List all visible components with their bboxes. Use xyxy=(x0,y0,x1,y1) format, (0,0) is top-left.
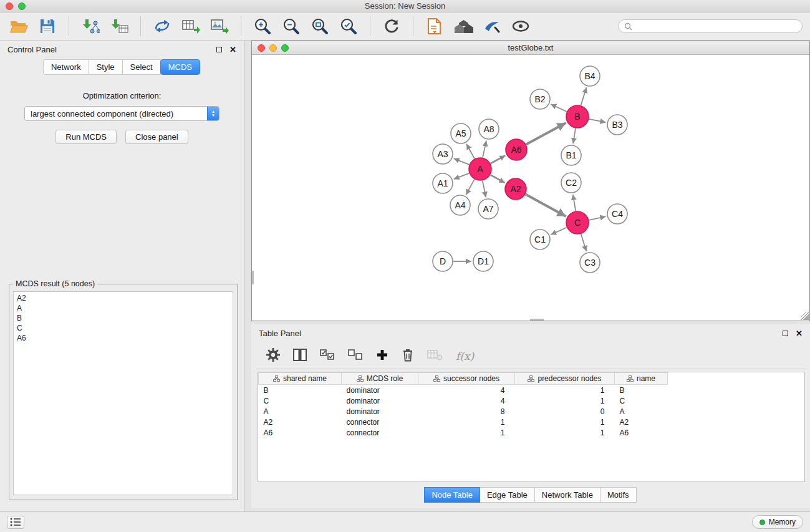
table-row[interactable]: A6connector11A6 xyxy=(259,427,668,438)
select-all-button[interactable] xyxy=(320,349,335,363)
deselect-all-button[interactable] xyxy=(348,349,363,363)
graph-node-C4[interactable]: C4 xyxy=(607,204,627,224)
home-button[interactable] xyxy=(452,14,475,38)
table-cell[interactable]: C xyxy=(615,395,668,406)
mcds-result-list[interactable]: A2ABCA6 xyxy=(13,291,233,495)
table-cell[interactable]: A2 xyxy=(259,417,342,427)
zoom-selected-button[interactable] xyxy=(337,14,360,38)
optimization-criterion-dropdown[interactable]: largest connected component (directed) ▲… xyxy=(24,106,219,121)
graph-edge-A2-C[interactable] xyxy=(526,195,566,216)
table-cell[interactable]: 1 xyxy=(515,385,615,396)
graph-node-B[interactable]: B xyxy=(566,105,589,128)
table-cell[interactable]: dominator xyxy=(342,385,418,396)
show-panels-button[interactable] xyxy=(7,516,24,529)
float-panel-icon[interactable] xyxy=(216,47,222,52)
graph-edge-A6-B[interactable] xyxy=(526,123,566,144)
graph-edge-C-C2[interactable] xyxy=(573,195,576,211)
table-cell[interactable]: 4 xyxy=(418,385,515,396)
close-panel-icon[interactable]: ✕ xyxy=(229,46,236,54)
delete-column-button[interactable] xyxy=(402,348,414,364)
graph-node-D[interactable]: D xyxy=(433,251,453,271)
graph-edge-A-A4[interactable] xyxy=(466,180,475,195)
run-mcds-button[interactable]: Run MCDS xyxy=(55,130,117,144)
table-cell[interactable]: 1 xyxy=(418,417,515,427)
tab-style[interactable]: Style xyxy=(89,59,123,75)
vertical-scrollbar-thumb[interactable] xyxy=(252,271,254,284)
column-header[interactable]: shared name xyxy=(259,373,342,385)
graph-edge-A-A5[interactable] xyxy=(466,144,475,159)
graph-node-C1[interactable]: C1 xyxy=(530,230,550,249)
zoom-window-button[interactable] xyxy=(18,2,26,10)
table-row[interactable]: Cdominator41C xyxy=(259,395,668,406)
close-panel-button[interactable]: Close panel xyxy=(125,130,188,144)
import-table-button[interactable] xyxy=(108,14,130,38)
table-cell[interactable]: 0 xyxy=(515,406,615,417)
graph-edge-A-A6[interactable] xyxy=(491,155,506,163)
table-cell[interactable]: 1 xyxy=(515,427,615,438)
column-header[interactable]: successor nodes xyxy=(418,373,515,385)
import-network-button[interactable] xyxy=(79,14,102,38)
column-header[interactable]: predecessor nodes xyxy=(515,373,615,385)
table-cell[interactable]: A6 xyxy=(615,427,668,438)
table-cell[interactable]: dominator xyxy=(342,395,418,406)
graph-node-A5[interactable]: A5 xyxy=(451,123,471,143)
graph-node-A8[interactable]: A8 xyxy=(479,119,499,139)
table-cell[interactable]: A6 xyxy=(259,427,342,438)
show-hide-button[interactable] xyxy=(509,14,532,38)
close-panel-icon[interactable]: ✕ xyxy=(796,329,803,337)
graph-node-A4[interactable]: A4 xyxy=(450,195,470,215)
graph-edge-A-A8[interactable] xyxy=(483,141,486,158)
graph-edge-C-C4[interactable] xyxy=(589,216,606,220)
show-columns-button[interactable] xyxy=(293,349,307,364)
tab-network[interactable]: Network xyxy=(43,59,89,75)
table-cell[interactable]: 8 xyxy=(418,406,515,417)
export-image-button[interactable] xyxy=(208,14,231,38)
graph-node-A1[interactable]: A1 xyxy=(433,173,453,193)
graph-node-A2[interactable]: A2 xyxy=(505,178,526,200)
graph-node-A[interactable]: A xyxy=(469,158,491,180)
tab-network-table[interactable]: Network Table xyxy=(534,487,600,503)
graph-edge-A-A2[interactable] xyxy=(491,175,505,183)
search-input[interactable] xyxy=(636,22,796,31)
save-session-button[interactable] xyxy=(36,14,59,38)
table-cell[interactable]: B xyxy=(259,385,342,396)
table-cell[interactable]: A xyxy=(259,406,342,417)
graph-node-D1[interactable]: D1 xyxy=(473,251,493,271)
zoom-out-button[interactable] xyxy=(280,14,302,38)
table-cell[interactable]: C xyxy=(259,395,342,406)
table-row[interactable]: Bdominator41B xyxy=(259,385,668,396)
graph-node-B2[interactable]: B2 xyxy=(530,89,550,109)
table-settings-button[interactable] xyxy=(266,348,280,364)
manage-networks-button[interactable] xyxy=(423,14,446,38)
tab-motifs[interactable]: Motifs xyxy=(600,487,637,503)
graph-edge-B-B2[interactable] xyxy=(551,104,567,112)
function-builder-button[interactable]: f(x) xyxy=(456,350,474,362)
column-header[interactable]: name xyxy=(615,373,668,385)
tab-select[interactable]: Select xyxy=(122,59,161,75)
table-cell[interactable]: B xyxy=(615,385,668,396)
graph-node-C[interactable]: C xyxy=(566,211,589,234)
table-cell[interactable]: 4 xyxy=(418,395,515,406)
float-panel-icon[interactable] xyxy=(783,331,788,336)
table-cell[interactable]: 1 xyxy=(418,427,515,438)
network-close-button[interactable] xyxy=(258,44,265,52)
graph-edge-B-B3[interactable] xyxy=(589,119,606,122)
window-resize-grip[interactable] xyxy=(801,312,809,320)
graph-node-A3[interactable]: A3 xyxy=(433,144,453,164)
network-window-titlebar[interactable]: testGlobe.txt xyxy=(252,41,809,55)
graph-node-C2[interactable]: C2 xyxy=(561,173,581,193)
tab-node-table[interactable]: Node Table xyxy=(424,487,480,503)
graph-node-A6[interactable]: A6 xyxy=(506,139,527,160)
table-cell[interactable]: 1 xyxy=(515,395,615,406)
network-zoom-button[interactable] xyxy=(281,44,289,52)
export-table-button[interactable] xyxy=(180,14,202,38)
graph-edge-C-C1[interactable] xyxy=(551,228,566,235)
refresh-button[interactable] xyxy=(380,14,403,38)
apply-style-button[interactable] xyxy=(481,14,503,38)
graph-edge-C-C3[interactable] xyxy=(581,234,587,251)
create-column-button[interactable] xyxy=(376,349,388,364)
table-row[interactable]: Adominator80A xyxy=(259,406,668,417)
zoom-in-button[interactable] xyxy=(251,14,274,38)
zoom-fit-button[interactable] xyxy=(309,14,331,38)
graph-node-A7[interactable]: A7 xyxy=(478,199,498,219)
